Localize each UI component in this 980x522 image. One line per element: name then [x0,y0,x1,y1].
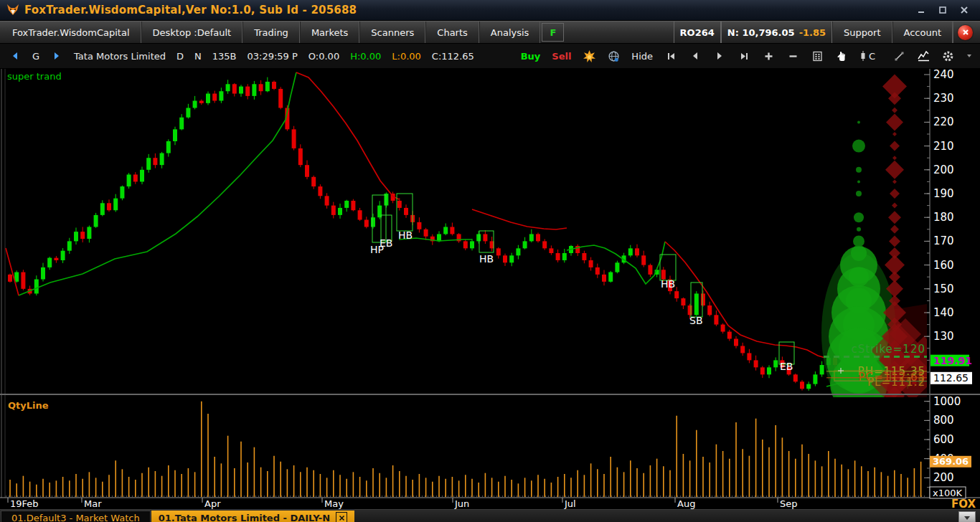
buy-button[interactable]: Buy [521,51,541,62]
indicator-chart-icon[interactable] [917,49,930,62]
symbol-next-icon[interactable] [50,49,63,62]
pan-right-icon[interactable] [713,49,726,62]
svg-text:Jul: Jul [564,498,576,509]
taskbar: 01.Default3 - Market Watch 01.Tata Motor… [0,509,980,522]
chart-area: HPEBHBHBHBSBEBcStrike=120PH=115.35PC=112… [0,69,980,509]
svg-text:170: 170 [933,234,954,247]
svg-text:Aug: Aug [677,498,695,509]
price-chart-canvas[interactable]: HPEBHBHBHBSBEBcStrike=120PH=115.35PC=112… [0,69,980,509]
menu-markets[interactable]: Markets [300,22,359,43]
pan-left-icon[interactable] [689,49,702,62]
options-overlay-layer [821,75,946,413]
svg-text:Jun: Jun [454,498,469,509]
svg-text:PL=111.2: PL=111.2 [867,376,925,389]
go-first-icon[interactable] [664,49,677,62]
high-value: H:0.00 [350,51,381,62]
menu-account[interactable]: Account [892,22,953,43]
svg-text:112.65: 112.65 [933,372,969,384]
svg-text:Apr: Apr [204,498,221,509]
svg-text:190: 190 [933,187,954,200]
svg-text:HB: HB [479,253,494,265]
minimize-button[interactable] [915,5,927,15]
zoom-out-icon[interactable] [786,49,799,62]
app-window: FoxTrader.WisdomCapital,Ver No:1.0, Sub … [0,0,980,522]
go-last-icon[interactable] [738,49,750,62]
chart-toolbar: G Tata Motors Limited D N 135B 03:29:59 … [0,44,980,69]
svg-text:230: 230 [933,92,954,105]
menu-support[interactable]: Support [832,22,892,43]
svg-text:May: May [324,498,344,509]
interval-label[interactable]: D [176,51,184,62]
svg-text:HB: HB [661,278,675,290]
taskbar-item-market-watch[interactable]: 01.Default3 - Market Watch [1,511,151,522]
index-quote-box: N: 10,796.05 -1.85 [721,22,832,43]
svg-text:Mar: Mar [84,498,102,509]
window-controls [915,5,976,15]
volume-layer [6,402,927,497]
grid-settings-icon[interactable] [811,49,824,62]
exit-app-button[interactable] [958,25,973,40]
svg-text:369.06: 369.06 [933,456,969,467]
menu-f-shortcut[interactable]: F [542,23,564,42]
trendline-tool-icon[interactable] [892,49,905,62]
taskbar-spacer [354,510,958,522]
alert-icon[interactable] [583,49,595,62]
taskbar-dropdown-button[interactable] [958,511,976,522]
svg-text:HB: HB [398,229,413,241]
menu-trading[interactable]: Trading [242,22,300,43]
svg-text:220: 220 [933,115,954,128]
toolbar-left: G Tata Motors Limited D N 135B 03:29:59 … [0,49,474,62]
svg-text:QtyLine: QtyLine [8,400,49,411]
taskbar-tab-label: 01.Tata Motors Limited - DAILY-N [159,513,330,522]
group-label[interactable]: G [32,51,39,62]
bar-count: 135B [212,51,237,62]
close-value: C:112.65 [432,51,474,62]
zoom-in-icon[interactable] [762,49,775,62]
svg-text:FOX: FOX [951,498,976,509]
svg-text:1000: 1000 [933,395,961,408]
toolbar-right: Buy Sell Hide [521,49,980,62]
fox-logo-icon [6,4,20,16]
svg-text:240: 240 [933,69,954,81]
open-value: O:0.00 [308,51,339,62]
dropdown-caret-icon [963,515,971,521]
user-code: RO264 [680,27,715,38]
taskbar-tab-chart-active[interactable]: 01.Tata Motors Limited - DAILY-N [151,511,354,522]
sell-button[interactable]: Sell [552,51,571,62]
index-change: -1.85 [799,27,826,38]
pointer-hand-icon[interactable] [835,49,848,62]
index-value: 10,796.05 [742,27,794,38]
pattern-boxes-layer: HPEBHBHBHBSBEB [370,194,794,372]
window-title: FoxTrader.WisdomCapital,Ver No:1.0, Sub … [24,4,357,16]
svg-text:140: 140 [933,306,954,319]
close-button[interactable] [958,5,970,15]
hide-button[interactable]: Hide [631,51,653,62]
symbol-prev-icon[interactable] [9,49,22,62]
svg-text:130: 130 [933,330,954,343]
session-label[interactable]: N [194,51,202,62]
svg-text:cStrike=120: cStrike=120 [851,343,925,356]
svg-text:Sep: Sep [780,498,798,509]
globe-icon[interactable] [607,49,620,62]
maximize-button[interactable] [937,5,948,15]
toolbar-more-caret-icon[interactable] [966,49,973,62]
svg-text:super trand: super trand [7,71,62,82]
svg-text:SB: SB [689,315,703,326]
menu-scanners[interactable]: Scanners [359,22,425,43]
menu-desktop[interactable]: Desktop :Default [141,22,243,43]
svg-text:150: 150 [933,283,954,295]
symbol-name[interactable]: Tata Motors Limited [74,51,166,62]
settings-gear-icon[interactable] [941,49,954,62]
svg-text:119.91: 119.91 [933,355,972,366]
tab-close-icon[interactable] [336,512,347,522]
svg-text:800: 800 [933,414,954,427]
svg-text:EB: EB [380,237,392,249]
menu-analysis[interactable]: Analysis [479,22,541,43]
svg-text:600: 600 [933,433,954,446]
menu-foxtrader[interactable]: FoxTrader.WisdomCapital [1,22,141,43]
svg-text:210: 210 [933,140,954,153]
candle-style-icon[interactable]: C [859,49,881,62]
menu-charts[interactable]: Charts [425,22,479,43]
candles-layer [8,77,923,391]
svg-text:19Feb: 19Feb [10,498,39,509]
